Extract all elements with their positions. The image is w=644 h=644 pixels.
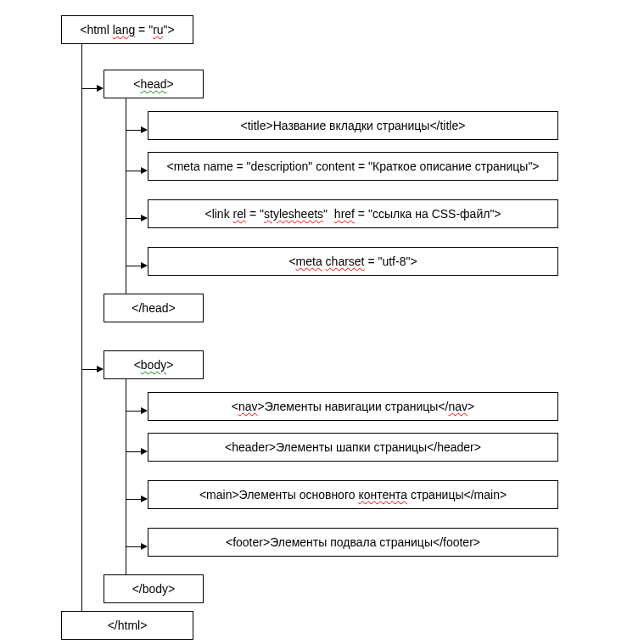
head-open-box: <head> [104, 70, 204, 98]
arrow-head-charset [126, 262, 148, 269]
header-text: <header>Элементы шапки страницы</header> [225, 440, 481, 454]
body-close-text: </body> [132, 582, 176, 596]
title-box: <title>Название вкладки страницы</title> [148, 111, 558, 140]
vline-main [81, 44, 82, 611]
arrow-to-body [81, 366, 104, 372]
nav-box: <nav>Элементы навигации страницы</nav> [148, 392, 558, 421]
arrow-body-main [126, 496, 148, 502]
footer-text: <footer>Элементы подвала страницы</foote… [226, 535, 480, 549]
main-box: <main>Элементы основного контента страни… [148, 480, 558, 509]
arrow-to-head [81, 85, 104, 92]
link-box: <link rel = "stylesheets" href = "ссылка… [148, 199, 558, 228]
title-text: <title>Название вкладки страницы</title> [241, 119, 466, 132]
head-close-text: </head> [132, 301, 175, 315]
meta-desc-text: <meta name = "description" content = "Кр… [166, 160, 539, 173]
footer-box: <footer>Элементы подвала страницы</foote… [148, 528, 558, 557]
header-box: <header>Элементы шапки страницы</header> [148, 433, 558, 462]
meta-charset-box: <meta charset = "utf-8"> [148, 247, 558, 276]
arrow-head-title [126, 126, 148, 133]
arrow-body-header [126, 448, 148, 455]
head-close-box: </head> [104, 294, 204, 322]
meta-desc-box: <meta name = "description" content = "Кр… [148, 152, 558, 181]
html-open-box: <html lang = "ru"> [61, 15, 193, 44]
html-close-box: </html> [61, 611, 193, 640]
body-open-box: <body> [104, 350, 204, 379]
body-close-box: </body> [104, 574, 204, 603]
arrow-head-link [126, 215, 148, 221]
arrow-body-nav [126, 407, 148, 414]
arrow-body-footer [126, 543, 148, 550]
arrow-head-meta-desc [126, 167, 148, 174]
html-close-text: </html> [108, 619, 148, 632]
